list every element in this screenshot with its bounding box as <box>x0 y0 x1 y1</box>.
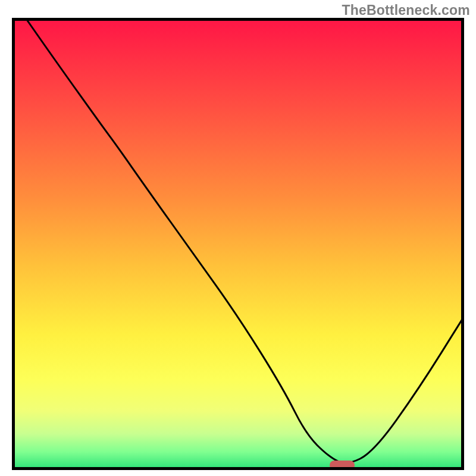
bottleneck-curve <box>12 18 464 470</box>
watermark-text: TheBottleneck.com <box>342 2 470 18</box>
chart-frame <box>12 18 464 470</box>
optimal-marker <box>330 461 355 470</box>
